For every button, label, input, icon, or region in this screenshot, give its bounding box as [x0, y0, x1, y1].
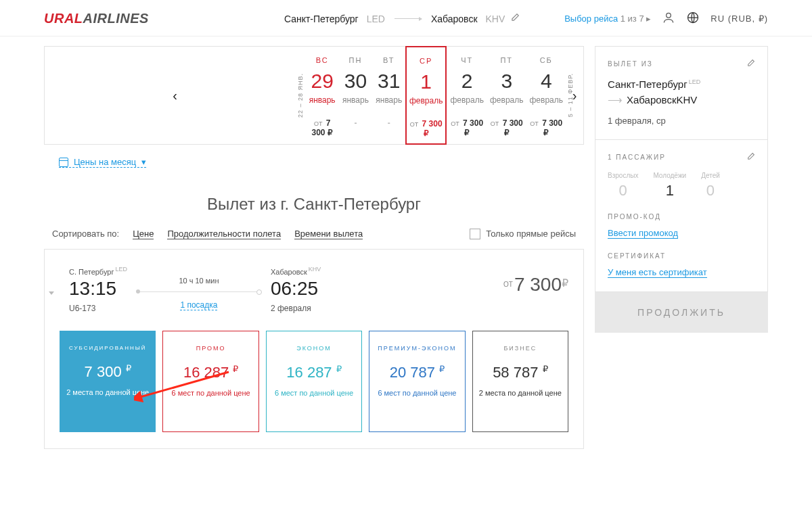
day-of-week: ЧТ [450, 56, 484, 64]
sidebar-pax-heading: 1 ПАССАЖИР [608, 152, 755, 162]
pax-col[interactable]: Взрослых0 [608, 172, 638, 200]
promo-heading: ПРОМО-КОД [608, 213, 755, 220]
from-code: LED [367, 14, 385, 24]
sidebar: ВЫЛЕТ ИЗ Санкт-ПетербургLED ⟶ХабаровскKH… [595, 46, 768, 333]
date-option[interactable]: СР1февральОТ 7 300 ₽ [405, 46, 447, 145]
dep-time: 13:15 [69, 278, 127, 300]
locale-selector[interactable]: RU (RUB, ₽) [710, 14, 768, 24]
direct-only-checkbox[interactable]: Только прямые рейсы [470, 229, 576, 239]
flight-card: С. ПетербургLED 13:15 U6-173 10 ч 10 мин… [44, 249, 584, 450]
sort-time[interactable]: Времени вылета [294, 229, 363, 239]
day-month: февраль [450, 95, 484, 105]
fare-name: ЭКОНОМ [296, 345, 332, 352]
edit-icon[interactable] [746, 59, 755, 69]
sort-price[interactable]: Цене [133, 229, 154, 239]
day-of-week: ПН [342, 56, 369, 64]
continue-button[interactable]: ПРОДОЛЖИТЬ [595, 292, 768, 333]
route-line [138, 291, 260, 292]
fare-price: 7 300 [85, 363, 131, 381]
date-strip: ‹ 22 – 28 ЯНВ. ВС29январьОТ 7 300 ₽ПН30я… [44, 46, 584, 145]
day-number: 2 [450, 70, 484, 93]
header: URALAIRLINES Санкт-Петербург LED Хабаров… [0, 0, 812, 37]
day-number: 3 [490, 70, 524, 93]
day-of-week: СР [409, 57, 443, 65]
day-price: ОТ 7 300 ₽ [529, 118, 563, 137]
fare-price: 16 287 [286, 364, 341, 381]
edit-route-icon[interactable] [510, 13, 520, 24]
date-option[interactable]: ЧТ2февральОТ 7 300 ₽ [447, 47, 487, 144]
arr-time: 06:25 [271, 278, 321, 300]
day-price: ОТ 7 300 ₽ [409, 119, 443, 138]
expand-icon[interactable] [49, 291, 54, 295]
duration: 10 ч 10 мин [138, 277, 260, 285]
day-number: 1 [409, 70, 443, 93]
day-price: ОТ 7 300 ₽ [309, 118, 336, 137]
day-of-week: ВТ [376, 56, 403, 64]
fare-availability: 6 мест по данной цене [378, 388, 456, 398]
cert-heading: СЕРТИФИКАТ [608, 252, 755, 260]
svg-point-0 [667, 13, 671, 18]
fare-availability: 6 мест по данной цене [275, 388, 353, 398]
price-from: ОТ7 300 [503, 274, 568, 296]
day-number: 31 [376, 70, 403, 93]
day-price: ОТ 7 300 ₽ [490, 118, 524, 137]
sort-label: Сортировать по: [52, 229, 119, 239]
fare-option-promo[interactable]: ПРОМО16 287 6 мест по данной цене [162, 331, 258, 432]
chevron-left-icon: ‹ [173, 88, 177, 103]
cert-link[interactable]: У меня есть сертификат [608, 267, 707, 278]
step-indicator: Выбор рейса 1 из 7 ▸ [564, 14, 651, 24]
day-of-week: ПТ [490, 56, 524, 64]
month-prices-link[interactable]: Цены на месяц ▾ [59, 157, 146, 168]
date-option[interactable]: ВС29январьОТ 7 300 ₽ [305, 47, 338, 144]
date-next-button[interactable]: 5 – 11 ФЕВР. › [566, 47, 583, 144]
day-price: - [342, 118, 369, 128]
day-price: - [376, 118, 403, 128]
checkbox-icon [470, 229, 480, 239]
day-price: ОТ 7 300 ₽ [450, 118, 484, 137]
pax-label: Детей [701, 172, 720, 179]
pax-col[interactable]: Молодёжи1 [653, 172, 686, 200]
arr-date: 2 февраля [271, 304, 321, 313]
arrow-icon [394, 18, 422, 19]
fare-option-econ[interactable]: ЭКОНОМ16 287 6 мест по данной цене [266, 331, 362, 432]
user-icon[interactable] [662, 11, 675, 26]
fare-option-sub[interactable]: СУБСИДИРОВАННЫЙ7 300 2 места по данной ц… [60, 331, 156, 432]
day-month: январь [376, 95, 403, 105]
fare-price: 58 787 [493, 364, 547, 381]
pax-count: 0 [608, 182, 638, 200]
promo-link[interactable]: Ввести промокод [608, 228, 678, 239]
pax-label: Молодёжи [653, 172, 686, 179]
date-option[interactable]: ПН30январь- [338, 47, 371, 144]
calendar-icon [59, 158, 68, 167]
stops-link[interactable]: 1 посадка [180, 300, 217, 310]
fare-name: БИЗНЕС [503, 345, 537, 352]
sort-duration[interactable]: Продолжительности полета [167, 229, 281, 239]
day-month: февраль [529, 95, 563, 105]
pax-count: 1 [653, 182, 686, 200]
fare-name: ПРОМО [196, 345, 226, 352]
fare-availability: 2 места по данной цене [479, 388, 562, 398]
fare-name: ПРЕМИУМ-ЭКОНОМ [378, 345, 456, 352]
edit-icon[interactable] [746, 152, 755, 162]
globe-icon[interactable] [686, 11, 700, 26]
day-month: февраль [409, 96, 443, 105]
fare-availability: 6 мест по данной цене [172, 388, 250, 398]
date-prev-button[interactable]: ‹ 22 – 28 ЯНВ. [45, 47, 305, 144]
day-month: январь [342, 95, 369, 105]
sidebar-to: ⟶ХабаровскKHV [608, 94, 755, 106]
date-option[interactable]: СБ4февральОТ 7 300 ₽ [526, 47, 566, 144]
to-city: Хабаровск [431, 14, 478, 24]
date-option[interactable]: ПТ3февральОТ 7 300 ₽ [487, 47, 526, 144]
route-summary: Санкт-Петербург LED Хабаровск KHV [284, 13, 520, 24]
day-number: 4 [529, 70, 563, 93]
logo[interactable]: URALAIRLINES [44, 11, 149, 26]
fare-price: 16 287 [183, 364, 238, 381]
pax-col[interactable]: Детей0 [701, 172, 720, 200]
sort-row: Сортировать по: Цене Продолжительности п… [44, 229, 584, 249]
sidebar-from: Санкт-ПетербургLED [608, 78, 755, 90]
fare-option-biz[interactable]: БИЗНЕС58 787 2 места по данной цене [472, 331, 568, 432]
to-code: KHV [486, 14, 505, 24]
date-option[interactable]: ВТ31январь- [372, 47, 405, 144]
fare-option-prem[interactable]: ПРЕМИУМ-ЭКОНОМ20 787 6 мест по данной це… [369, 331, 465, 432]
day-month: февраль [490, 95, 524, 105]
